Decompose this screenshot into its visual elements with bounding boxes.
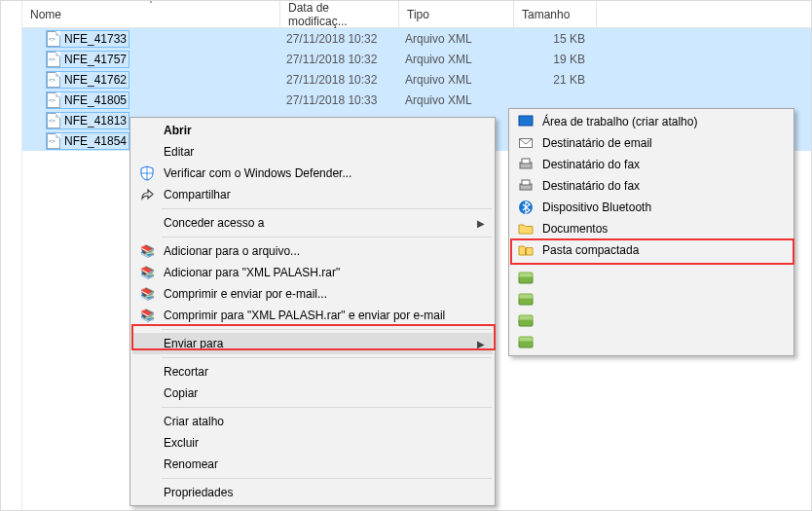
- menu-item-properties[interactable]: Propriedades: [132, 482, 493, 503]
- xml-file-icon: [47, 52, 60, 67]
- file-date: 27/11/2018 10:32: [280, 53, 399, 66]
- share-arrow-icon: [138, 186, 156, 203]
- file-type: Arquivo XML: [399, 93, 514, 107]
- svg-rect-10: [519, 273, 533, 277]
- menu-item-compress-rar-email[interactable]: 📚 Comprimir para "XML PALASH.rar" e envi…: [132, 305, 493, 326]
- menu-item-send-to[interactable]: Enviar para ▶: [132, 333, 493, 354]
- sendto-submenu: Área de trabalho (criar atalho) Destinat…: [508, 108, 794, 356]
- drive-icon: [517, 291, 535, 309]
- menu-separator: [162, 329, 492, 330]
- xml-file-icon: [47, 133, 60, 149]
- file-name: NFE_41805: [64, 93, 127, 107]
- file-row[interactable]: NFE_41762 27/11/2018 10:32 Arquivo XML 2…: [22, 69, 811, 90]
- sendto-documents[interactable]: Documentos: [511, 218, 792, 239]
- sendto-bluetooth[interactable]: Dispositivo Bluetooth: [511, 197, 792, 218]
- menu-item-open[interactable]: Abrir: [132, 120, 493, 141]
- svg-rect-14: [519, 315, 533, 320]
- menu-item-defender[interactable]: Verificar com o Windows Defender...: [132, 163, 493, 184]
- file-name: NFE_41854: [64, 134, 127, 148]
- svg-rect-6: [522, 180, 530, 185]
- menu-separator: [162, 407, 492, 408]
- sendto-fax[interactable]: Destinatário do fax: [511, 154, 792, 175]
- sendto-drive[interactable]: [511, 289, 792, 310]
- xml-file-icon: [47, 92, 60, 108]
- file-size: 21 KB: [514, 73, 597, 87]
- menu-label: Excluir: [164, 436, 199, 450]
- defender-shield-icon: [138, 164, 156, 182]
- file-row[interactable]: NFE_41757 27/11/2018 10:32 Arquivo XML 1…: [22, 49, 811, 69]
- drive-icon: [517, 334, 535, 351]
- menu-label: Conceder acesso a: [164, 216, 264, 230]
- menu-label: Dispositivo Bluetooth: [542, 201, 651, 214]
- menu-separator: [540, 264, 791, 265]
- fax-icon: [517, 177, 535, 195]
- column-header-type[interactable]: Tipo: [399, 1, 514, 27]
- svg-rect-16: [519, 337, 533, 342]
- context-menu: Abrir Editar Verificar com o Windows Def…: [129, 117, 496, 506]
- bluetooth-icon: [517, 199, 535, 216]
- xml-file-icon: [47, 31, 60, 47]
- file-type: Arquivo XML: [399, 53, 514, 66]
- menu-label: Destinatário de email: [542, 136, 652, 150]
- sendto-drive[interactable]: [511, 310, 792, 332]
- file-type: Arquivo XML: [399, 32, 514, 46]
- file-type: Arquivo XML: [399, 73, 514, 87]
- sort-ascending-icon: ˄: [149, 0, 153, 9]
- sendto-mail[interactable]: Destinatário de email: [511, 132, 792, 154]
- svg-rect-8: [525, 248, 527, 255]
- file-name: NFE_41757: [64, 53, 127, 66]
- menu-item-compress-email[interactable]: 📚 Comprimir e enviar por e-mail...: [132, 283, 493, 305]
- file-row[interactable]: NFE_41733 27/11/2018 10:32 Arquivo XML 1…: [22, 28, 811, 49]
- column-header-row: Nome ˄ Data de modificaç... Tipo Tamanho: [22, 1, 811, 28]
- sendto-desktop[interactable]: Área de trabalho (criar atalho): [511, 111, 792, 132]
- zip-folder-icon: [517, 241, 535, 259]
- sendto-fax[interactable]: Destinatário do fax: [511, 175, 792, 197]
- menu-item-grant-access[interactable]: Conceder acesso a ▶: [132, 212, 493, 234]
- menu-item-shortcut[interactable]: Criar atalho: [132, 411, 493, 432]
- winrar-icon: 📚: [138, 242, 156, 260]
- menu-item-cut[interactable]: Recortar: [132, 361, 493, 383]
- menu-item-add-archive[interactable]: 📚 Adicionar para o arquivo...: [132, 240, 493, 262]
- menu-item-add-rar[interactable]: 📚 Adicionar para "XML PALASH.rar": [132, 262, 493, 283]
- menu-separator: [162, 208, 492, 209]
- menu-label: Propriedades: [164, 486, 233, 499]
- menu-label: Renomear: [164, 457, 218, 471]
- menu-label: Comprimir para "XML PALASH.rar" e enviar…: [164, 309, 445, 322]
- submenu-arrow-icon: ▶: [477, 339, 485, 349]
- column-header-size[interactable]: Tamanho: [514, 1, 597, 27]
- svg-rect-4: [522, 159, 530, 164]
- menu-item-edit[interactable]: Editar: [132, 141, 493, 163]
- menu-item-rename[interactable]: Renomear: [132, 454, 493, 475]
- svg-rect-12: [519, 294, 533, 299]
- menu-label: Editar: [164, 145, 194, 159]
- column-header-date[interactable]: Data de modificaç...: [280, 1, 399, 27]
- menu-label: Recortar: [164, 365, 208, 379]
- file-date: 27/11/2018 10:33: [280, 93, 399, 107]
- file-row[interactable]: NFE_41805 27/11/2018 10:33 Arquivo XML: [22, 90, 811, 110]
- file-size: 19 KB: [514, 53, 597, 66]
- sendto-drive[interactable]: [511, 268, 792, 289]
- drive-icon: [517, 312, 535, 330]
- file-date: 27/11/2018 10:32: [280, 73, 399, 87]
- file-name: NFE_41762: [64, 73, 127, 87]
- menu-label: Verificar com o Windows Defender...: [164, 166, 351, 180]
- menu-label: Compartilhar: [164, 188, 231, 201]
- sendto-drive[interactable]: [511, 332, 792, 353]
- menu-separator: [162, 478, 492, 479]
- sendto-compressed-folder[interactable]: Pasta compactada: [511, 239, 792, 261]
- menu-item-share[interactable]: Compartilhar: [132, 184, 493, 205]
- menu-label: Adicionar para "XML PALASH.rar": [164, 266, 340, 279]
- tree-sidebar: [1, 1, 22, 510]
- menu-label: Destinatário do fax: [542, 158, 640, 171]
- menu-label: Pasta compactada: [542, 243, 639, 257]
- file-size: 15 KB: [514, 32, 597, 46]
- svg-rect-0: [519, 116, 533, 126]
- menu-item-delete[interactable]: Excluir: [132, 432, 493, 454]
- file-date: 27/11/2018 10:32: [280, 32, 399, 46]
- desktop-icon: [517, 113, 535, 130]
- column-header-name[interactable]: Nome ˄: [22, 1, 280, 27]
- xml-file-icon: [47, 72, 60, 88]
- menu-item-copy[interactable]: Copiar: [132, 383, 493, 404]
- column-label: Data de modificaç...: [288, 1, 390, 28]
- menu-separator: [162, 237, 492, 237]
